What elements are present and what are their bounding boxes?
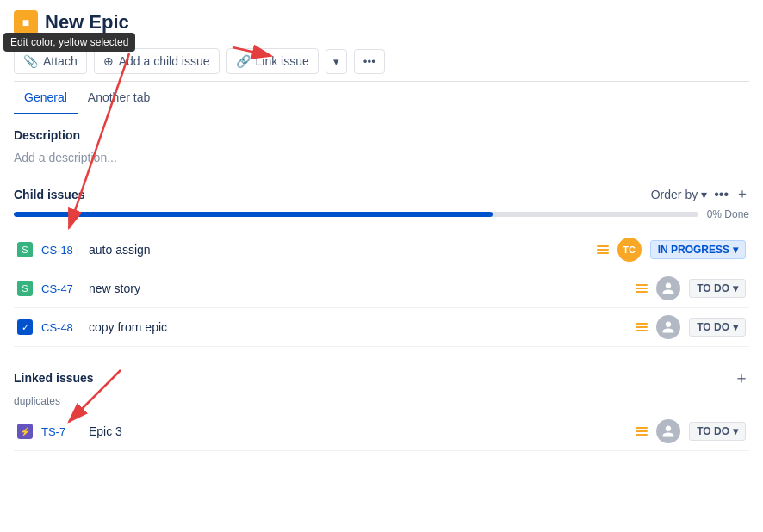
issue-summary-cs47: new story (89, 281, 627, 295)
description-label: Description (14, 128, 749, 142)
order-by-button[interactable]: Order by ▾ (651, 188, 707, 201)
tab-general[interactable]: General (14, 82, 78, 114)
epic-type-icon-ts7: ⚡ (17, 424, 33, 439)
attach-label: Attach (43, 54, 78, 68)
add-child-label: Add a child issue (119, 54, 210, 68)
progress-bar-fill (14, 212, 493, 217)
issue-summary-cs48: copy from epic (89, 320, 627, 334)
epic-color-icon[interactable]: ■ (14, 10, 38, 34)
avatar-cs47 (656, 276, 680, 300)
child-issue-row: S CS-47 new story TO DO ▾ (14, 269, 749, 308)
drag-handle-cs48[interactable] (636, 323, 648, 331)
child-issue-row: ✓ CS-48 copy from epic TO DO ▾ (14, 308, 749, 347)
child-issues-title: Child issues (14, 188, 84, 201)
issue-actions-ts7: TO DO ▾ (636, 419, 746, 443)
issue-summary-cs18: auto assign (89, 243, 588, 257)
duplicates-label: duplicates (14, 395, 749, 407)
status-badge-cs48[interactable]: TO DO ▾ (689, 318, 746, 337)
status-chevron-ts7: ▾ (733, 425, 738, 437)
issue-key-cs47[interactable]: CS-47 (41, 282, 80, 295)
issue-summary-ts7: Epic 3 (89, 424, 627, 438)
story-type-icon-cs47: S (17, 281, 33, 296)
order-by-chevron-icon: ▾ (701, 188, 707, 201)
status-label-ts7: TO DO (697, 425, 729, 437)
add-child-icon: ⊕ (103, 54, 114, 68)
status-badge-cs47[interactable]: TO DO ▾ (689, 279, 746, 298)
child-issues-add-icon[interactable]: ＋ (735, 185, 749, 203)
add-child-button[interactable]: ⊕ Add a child issue (94, 48, 220, 74)
progress-bar-track (14, 212, 698, 217)
page-header: ■ New Epic (14, 10, 749, 34)
page-title: New Epic (45, 11, 129, 34)
order-by-label: Order by (651, 188, 698, 201)
linked-issues-header: Linked issues ＋ (14, 364, 749, 388)
link-issue-label: Link issue (256, 54, 309, 68)
tab-bar: General Another tab (14, 82, 749, 114)
issue-key-ts7[interactable]: TS-7 (41, 425, 80, 438)
status-label-cs18: IN PROGRESS (658, 244, 729, 256)
progress-text: 0% Done (707, 208, 749, 220)
attach-button[interactable]: 📎 Attach (14, 48, 87, 74)
description-placeholder[interactable]: Add a description... (14, 147, 749, 168)
issue-actions-cs48: TO DO ▾ (636, 315, 746, 339)
avatar-cs18: TC (617, 238, 642, 262)
child-issues-more-icon[interactable]: ••• (714, 187, 729, 202)
status-chevron-cs48: ▾ (733, 321, 738, 333)
status-label-cs48: TO DO (697, 321, 729, 333)
link-icon: 🔗 (236, 54, 251, 68)
attach-icon: 📎 (23, 54, 38, 68)
checkbox-type-icon-cs48: ✓ (17, 319, 33, 335)
avatar-cs48 (656, 315, 680, 339)
story-type-icon: S (17, 242, 33, 257)
issue-key-cs48[interactable]: CS-48 (41, 321, 80, 334)
status-label-cs47: TO DO (697, 282, 729, 294)
child-issues-controls: Order by ▾ ••• ＋ (651, 185, 749, 203)
status-badge-cs18[interactable]: IN PROGRESS ▾ (650, 240, 746, 259)
avatar-ts7 (656, 419, 680, 443)
issue-actions-cs47: TO DO ▾ (636, 276, 746, 300)
status-chevron-cs18: ▾ (733, 244, 738, 256)
progress-container: 0% Done (14, 208, 749, 220)
drag-handle-cs18[interactable] (597, 245, 609, 254)
status-badge-ts7[interactable]: TO DO ▾ (689, 422, 746, 441)
child-issues-header: Child issues Order by ▾ ••• ＋ (14, 185, 749, 203)
status-chevron-cs47: ▾ (733, 282, 738, 294)
issue-actions-cs18: TC IN PROGRESS ▾ (597, 238, 746, 262)
linked-issue-row: ⚡ TS-7 Epic 3 TO DO ▾ (14, 412, 749, 451)
linked-issues-add-icon[interactable]: ＋ (734, 368, 749, 388)
toolbar-more-button[interactable]: ••• (354, 49, 385, 74)
link-issue-button[interactable]: 🔗 Link issue (226, 48, 319, 74)
color-tooltip: Edit color, yellow selected (3, 33, 135, 52)
child-issue-row: S CS-18 auto assign TC IN PROGRESS ▾ (14, 231, 749, 269)
linked-issues-title: Linked issues (14, 371, 94, 385)
drag-handle-ts7[interactable] (636, 427, 648, 436)
toolbar-dropdown-button[interactable]: ▾ (326, 49, 347, 74)
issue-key-cs18[interactable]: CS-18 (41, 244, 80, 257)
tab-another[interactable]: Another tab (78, 82, 160, 114)
drag-handle-cs47[interactable] (636, 284, 648, 293)
